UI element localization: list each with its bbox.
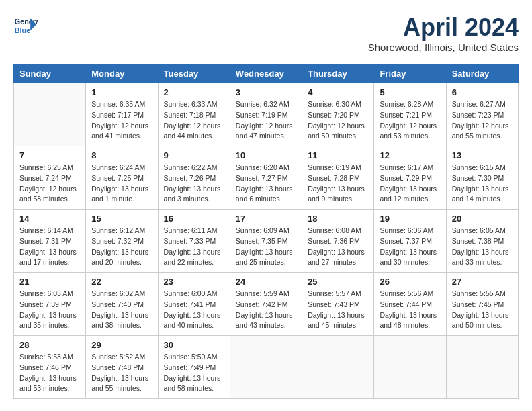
- day-info: Sunrise: 5:55 AMSunset: 7:45 PMDaylight:…: [452, 289, 513, 331]
- weekday-header-tuesday: Tuesday: [158, 64, 230, 83]
- day-info: Sunrise: 6:11 AMSunset: 7:33 PMDaylight:…: [164, 226, 224, 268]
- calendar-cell: [14, 83, 86, 146]
- week-row-4: 21Sunrise: 6:03 AMSunset: 7:39 PMDayligh…: [14, 273, 519, 336]
- calendar-cell: 18Sunrise: 6:08 AMSunset: 7:36 PMDayligh…: [302, 210, 374, 273]
- day-number: 19: [380, 214, 440, 224]
- svg-text:Blue: Blue: [15, 26, 30, 34]
- calendar-cell: 5Sunrise: 6:28 AMSunset: 7:21 PMDaylight…: [374, 83, 446, 146]
- day-number: 13: [452, 150, 513, 161]
- weekday-header-row: SundayMondayTuesdayWednesdayThursdayFrid…: [14, 64, 519, 83]
- day-number: 1: [91, 87, 152, 97]
- day-number: 23: [164, 277, 224, 287]
- day-number: 8: [91, 150, 152, 161]
- day-number: 10: [236, 150, 296, 161]
- day-info: Sunrise: 6:28 AMSunset: 7:21 PMDaylight:…: [380, 99, 440, 142]
- calendar-cell: 25Sunrise: 5:57 AMSunset: 7:43 PMDayligh…: [302, 273, 374, 336]
- calendar-cell: 21Sunrise: 6:03 AMSunset: 7:39 PMDayligh…: [14, 273, 86, 336]
- day-info: Sunrise: 6:17 AMSunset: 7:29 PMDaylight:…: [380, 163, 440, 205]
- day-number: 15: [91, 214, 152, 224]
- calendar-cell: 19Sunrise: 6:06 AMSunset: 7:37 PMDayligh…: [374, 210, 446, 273]
- calendar-cell: 1Sunrise: 6:35 AMSunset: 7:17 PMDaylight…: [86, 83, 158, 146]
- calendar-cell: 27Sunrise: 5:55 AMSunset: 7:45 PMDayligh…: [446, 273, 518, 336]
- calendar-cell: 11Sunrise: 6:19 AMSunset: 7:28 PMDayligh…: [302, 146, 374, 210]
- day-info: Sunrise: 6:12 AMSunset: 7:32 PMDaylight:…: [91, 226, 152, 268]
- day-info: Sunrise: 6:09 AMSunset: 7:35 PMDaylight:…: [236, 226, 296, 268]
- calendar-cell: 6Sunrise: 6:27 AMSunset: 7:23 PMDaylight…: [446, 83, 518, 146]
- weekday-header-saturday: Saturday: [446, 64, 518, 83]
- weekday-header-friday: Friday: [374, 64, 446, 83]
- calendar-cell: 9Sunrise: 6:22 AMSunset: 7:26 PMDaylight…: [158, 146, 230, 210]
- day-info: Sunrise: 6:19 AMSunset: 7:28 PMDaylight:…: [308, 163, 368, 205]
- calendar-cell: 7Sunrise: 6:25 AMSunset: 7:24 PMDaylight…: [14, 146, 86, 210]
- day-number: 22: [91, 277, 152, 287]
- day-info: Sunrise: 5:52 AMSunset: 7:48 PMDaylight:…: [91, 352, 152, 394]
- day-number: 20: [452, 214, 513, 224]
- day-number: 29: [91, 340, 152, 350]
- day-number: 9: [164, 150, 224, 161]
- day-number: 11: [308, 150, 368, 161]
- calendar-cell: 2Sunrise: 6:33 AMSunset: 7:18 PMDaylight…: [158, 83, 230, 146]
- weekday-header-monday: Monday: [86, 64, 158, 83]
- calendar-cell: 24Sunrise: 5:59 AMSunset: 7:42 PMDayligh…: [230, 273, 302, 336]
- calendar-cell: [302, 336, 374, 399]
- day-info: Sunrise: 6:24 AMSunset: 7:25 PMDaylight:…: [91, 163, 152, 205]
- calendar-cell: 30Sunrise: 5:50 AMSunset: 7:49 PMDayligh…: [158, 336, 230, 399]
- calendar-cell: 29Sunrise: 5:52 AMSunset: 7:48 PMDayligh…: [86, 336, 158, 399]
- day-info: Sunrise: 6:30 AMSunset: 7:20 PMDaylight:…: [308, 99, 368, 142]
- calendar-cell: 26Sunrise: 5:56 AMSunset: 7:44 PMDayligh…: [374, 273, 446, 336]
- day-info: Sunrise: 5:50 AMSunset: 7:49 PMDaylight:…: [164, 352, 224, 394]
- calendar-cell: 28Sunrise: 5:53 AMSunset: 7:46 PMDayligh…: [14, 336, 86, 399]
- day-number: 21: [19, 277, 80, 287]
- calendar-cell: [446, 336, 518, 399]
- day-info: Sunrise: 6:25 AMSunset: 7:24 PMDaylight:…: [19, 163, 80, 205]
- calendar-cell: [230, 336, 302, 399]
- day-number: 6: [452, 87, 513, 97]
- location: Shorewood, Illinois, United States: [368, 42, 519, 53]
- calendar-cell: 14Sunrise: 6:14 AMSunset: 7:31 PMDayligh…: [14, 210, 86, 273]
- day-info: Sunrise: 5:56 AMSunset: 7:44 PMDaylight:…: [380, 289, 440, 331]
- day-number: 5: [380, 87, 440, 97]
- day-number: 2: [164, 87, 224, 97]
- day-number: 30: [164, 340, 224, 350]
- day-info: Sunrise: 6:20 AMSunset: 7:27 PMDaylight:…: [236, 163, 296, 205]
- day-number: 24: [236, 277, 296, 287]
- day-info: Sunrise: 6:14 AMSunset: 7:31 PMDaylight:…: [19, 226, 80, 268]
- day-number: 12: [380, 150, 440, 161]
- day-number: 16: [164, 214, 224, 224]
- day-info: Sunrise: 5:53 AMSunset: 7:46 PMDaylight:…: [19, 352, 80, 394]
- calendar-table: SundayMondayTuesdayWednesdayThursdayFrid…: [13, 64, 519, 399]
- month-title: April 2024: [368, 13, 519, 42]
- day-info: Sunrise: 6:27 AMSunset: 7:23 PMDaylight:…: [452, 99, 513, 142]
- day-info: Sunrise: 6:32 AMSunset: 7:19 PMDaylight:…: [236, 99, 296, 142]
- calendar-cell: 3Sunrise: 6:32 AMSunset: 7:19 PMDaylight…: [230, 83, 302, 146]
- day-info: Sunrise: 5:59 AMSunset: 7:42 PMDaylight:…: [236, 289, 296, 331]
- calendar-cell: 23Sunrise: 6:00 AMSunset: 7:41 PMDayligh…: [158, 273, 230, 336]
- page-header: General Blue April 2024 Shorewood, Illin…: [13, 13, 519, 53]
- calendar-cell: 8Sunrise: 6:24 AMSunset: 7:25 PMDaylight…: [86, 146, 158, 210]
- calendar-cell: 17Sunrise: 6:09 AMSunset: 7:35 PMDayligh…: [230, 210, 302, 273]
- day-number: 4: [308, 87, 368, 97]
- week-row-5: 28Sunrise: 5:53 AMSunset: 7:46 PMDayligh…: [14, 336, 519, 399]
- day-number: 25: [308, 277, 368, 287]
- day-number: 18: [308, 214, 368, 224]
- calendar-cell: 10Sunrise: 6:20 AMSunset: 7:27 PMDayligh…: [230, 146, 302, 210]
- day-number: 7: [19, 150, 80, 161]
- calendar-cell: 15Sunrise: 6:12 AMSunset: 7:32 PMDayligh…: [86, 210, 158, 273]
- weekday-header-thursday: Thursday: [302, 64, 374, 83]
- weekday-header-wednesday: Wednesday: [230, 64, 302, 83]
- day-info: Sunrise: 6:05 AMSunset: 7:38 PMDaylight:…: [452, 226, 513, 268]
- week-row-1: 1Sunrise: 6:35 AMSunset: 7:17 PMDaylight…: [14, 83, 519, 146]
- calendar-cell: [374, 336, 446, 399]
- day-number: 17: [236, 214, 296, 224]
- day-info: Sunrise: 6:06 AMSunset: 7:37 PMDaylight:…: [380, 226, 440, 268]
- day-info: Sunrise: 6:03 AMSunset: 7:39 PMDaylight:…: [19, 289, 80, 331]
- day-number: 26: [380, 277, 440, 287]
- day-info: Sunrise: 6:15 AMSunset: 7:30 PMDaylight:…: [452, 163, 513, 205]
- logo: General Blue: [13, 13, 38, 38]
- title-block: April 2024 Shorewood, Illinois, United S…: [368, 13, 519, 53]
- day-info: Sunrise: 6:08 AMSunset: 7:36 PMDaylight:…: [308, 226, 368, 268]
- week-row-3: 14Sunrise: 6:14 AMSunset: 7:31 PMDayligh…: [14, 210, 519, 273]
- calendar-cell: 12Sunrise: 6:17 AMSunset: 7:29 PMDayligh…: [374, 146, 446, 210]
- day-info: Sunrise: 5:57 AMSunset: 7:43 PMDaylight:…: [308, 289, 368, 331]
- day-info: Sunrise: 6:02 AMSunset: 7:40 PMDaylight:…: [91, 289, 152, 331]
